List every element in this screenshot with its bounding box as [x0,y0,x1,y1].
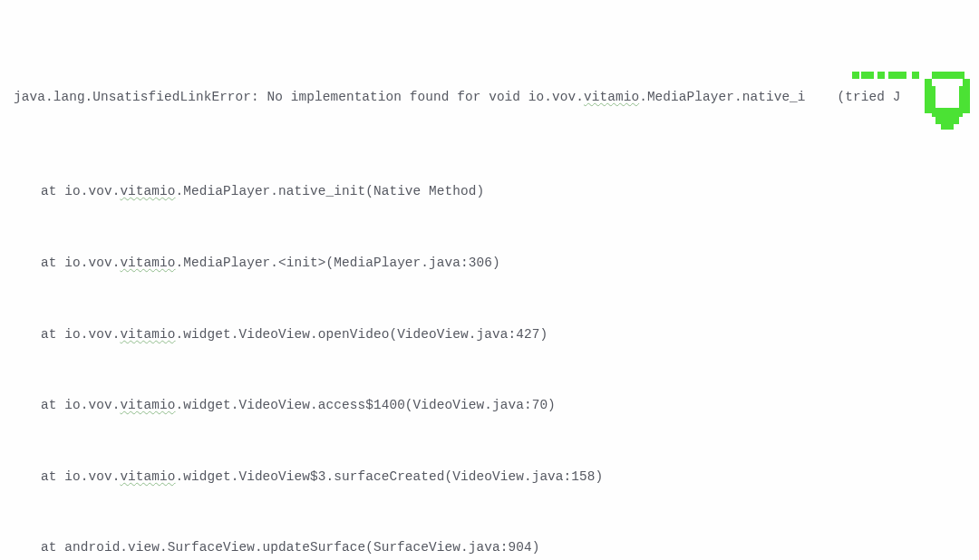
stack-frame: at io.vov.vitamio.widget.VideoView.acces… [14,393,900,417]
frame-wavy: vitamio [120,256,175,270]
error-header-tail: (tried J [829,90,901,104]
frame-post: .MediaPlayer.native_init(Native Method) [176,184,485,198]
frame-post: .widget.VideoView.openVideo(VideoView.ja… [176,327,548,342]
stack-frame: at io.vov.vitamio.widget.VideoView$3.sur… [14,465,900,488]
svg-rect-7 [963,79,970,86]
frame-wavy: vitamio [120,398,175,412]
error-header-middle: .MediaPlayer.native_i [639,90,805,104]
frame-wavy: vitamio [120,327,175,342]
svg-rect-4 [912,72,919,79]
svg-rect-9 [959,86,970,113]
frame-pre: io.vov. [64,256,120,270]
svg-rect-12 [941,124,954,130]
error-header-wavy: vitamio [584,90,639,104]
frame-pre: io.vov. [64,398,120,412]
stack-frame: at io.vov.vitamio.widget.VideoView.openV… [14,323,900,346]
stack-frame: at io.vov.vitamio.MediaPlayer.<init>(Med… [14,251,900,275]
error-header-prefix: java.lang.UnsatisfiedLinkError: No imple… [14,90,584,104]
svg-rect-10 [932,108,963,117]
stack-frame: at io.vov.vitamio.MediaPlayer.native_ini… [14,179,900,203]
frame-pre: io.vov. [64,184,120,198]
frame-wavy: vitamio [120,184,175,198]
error-header-line: java.lang.UnsatisfiedLinkError: No imple… [14,85,900,109]
frame-post: .widget.VideoView.access$1400(VideoView.… [176,398,556,412]
frame-pre: io.vov. [64,327,120,342]
stack-frame: at android.view.SurfaceView.updateSurfac… [14,536,900,559]
svg-rect-6 [925,79,932,86]
frame-pre: io.vov. [64,469,120,484]
svg-rect-5 [932,72,964,79]
svg-rect-11 [935,117,959,124]
frame-post: .MediaPlayer.<init>(MediaPlayer.java:306… [176,256,500,270]
stack-trace-block: java.lang.UnsatisfiedLinkError: No imple… [14,37,900,560]
frame-wavy: vitamio [120,469,175,484]
svg-rect-8 [925,86,935,113]
frame-text: android.view.SurfaceView.updateSurface(S… [64,540,539,555]
frame-post: .widget.VideoView$3.surfaceCreated(Video… [176,469,604,484]
